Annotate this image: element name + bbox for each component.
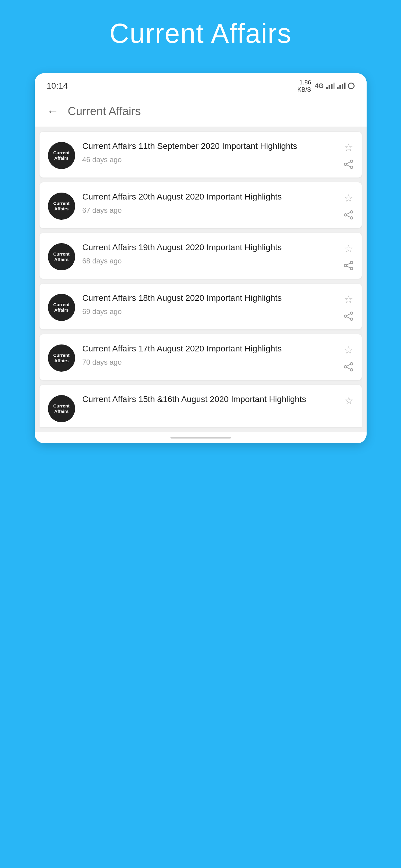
avatar-text-bottom: Affairs [54, 358, 69, 364]
favorite-button[interactable]: ☆ [344, 293, 353, 305]
avatar: Current Affairs [48, 344, 75, 372]
card-actions: ☆ [344, 292, 353, 321]
card-time: 68 days ago [82, 257, 339, 265]
svg-rect-6 [342, 84, 343, 89]
list-item[interactable]: Current Affairs Current Affairs 11th Sep… [39, 132, 362, 178]
favorite-button[interactable]: ☆ [344, 243, 353, 255]
card-title: Current Affairs 20th August 2020 Importa… [82, 191, 339, 203]
svg-point-24 [344, 315, 347, 317]
card-time: 69 days ago [82, 307, 339, 316]
card-actions: ☆ [344, 241, 353, 270]
avatar-text-bottom: Affairs [54, 257, 69, 262]
svg-point-29 [344, 366, 347, 368]
avatar: Current Affairs [48, 142, 75, 169]
svg-rect-1 [328, 85, 330, 89]
svg-line-31 [347, 364, 350, 366]
card-actions: ☆ [344, 343, 353, 372]
svg-rect-2 [331, 84, 333, 89]
avatar-text-bottom: Affairs [54, 206, 69, 212]
share-button[interactable] [344, 261, 353, 270]
list-item[interactable]: Current Affairs Current Affairs 15th &16… [39, 385, 362, 427]
status-time: 10:14 [47, 81, 68, 91]
card-time: 46 days ago [82, 156, 339, 164]
scroll-bar [170, 437, 231, 438]
scroll-indicator [35, 432, 367, 443]
svg-point-13 [350, 211, 353, 213]
svg-point-9 [344, 163, 347, 165]
list-item[interactable]: Current Affairs Current Affairs 20th Aug… [39, 182, 362, 228]
phone-frame: 10:14 1.86 KB/S 4G [35, 73, 367, 443]
favorite-button[interactable]: ☆ [344, 141, 353, 153]
card-actions: ☆ [344, 191, 353, 220]
svg-point-19 [344, 264, 347, 267]
svg-point-28 [350, 363, 353, 365]
avatar: Current Affairs [48, 193, 75, 220]
card-actions: ☆ [344, 393, 353, 407]
share-button[interactable] [344, 311, 353, 321]
list-item[interactable]: Current Affairs Current Affairs 19th Aug… [39, 233, 362, 279]
svg-line-22 [347, 266, 350, 268]
svg-line-17 [347, 216, 350, 217]
list-item[interactable]: Current Affairs Current Affairs 18th Aug… [39, 284, 362, 330]
svg-point-18 [350, 261, 353, 264]
svg-line-32 [347, 367, 350, 369]
svg-line-11 [347, 162, 350, 164]
avatar-text-top: Current [53, 150, 69, 156]
avatar-text-top: Current [53, 201, 69, 206]
page-title: Current Affairs [110, 18, 292, 49]
network-icon: 4G [315, 82, 323, 90]
content-area: Current Affairs Current Affairs 11th Sep… [35, 127, 367, 432]
svg-line-12 [347, 165, 350, 167]
app-header: ← Current Affairs [35, 96, 367, 127]
card-time: 67 days ago [82, 206, 339, 215]
svg-point-14 [344, 214, 347, 216]
svg-rect-4 [337, 87, 339, 89]
card-title: Current Affairs 11th September 2020 Impo… [82, 140, 339, 152]
card-title: Current Affairs 18th August 2020 Importa… [82, 292, 339, 304]
back-button[interactable]: ← [47, 104, 59, 118]
favorite-button[interactable]: ☆ [344, 395, 353, 407]
status-bar: 10:14 1.86 KB/S 4G [35, 73, 367, 96]
avatar-text-top: Current [53, 302, 69, 307]
signal-bars2-icon [337, 83, 345, 89]
svg-point-20 [350, 267, 353, 270]
svg-rect-5 [339, 85, 341, 89]
avatar: Current Affairs [48, 294, 75, 321]
share-button[interactable] [344, 210, 353, 220]
svg-point-15 [350, 217, 353, 219]
share-button[interactable] [344, 362, 353, 372]
svg-point-23 [350, 312, 353, 314]
svg-rect-7 [344, 83, 345, 89]
status-speed: 1.86 KB/S [297, 79, 311, 93]
share-button[interactable] [344, 159, 353, 169]
svg-line-26 [347, 314, 350, 315]
svg-point-8 [350, 160, 353, 162]
avatar-text-bottom: Affairs [54, 156, 69, 161]
avatar-text-top: Current [53, 403, 69, 409]
favorite-button[interactable]: ☆ [344, 192, 353, 204]
card-title: Current Affairs 15th &16th August 2020 I… [82, 393, 339, 405]
list-item[interactable]: Current Affairs Current Affairs 17th Aug… [39, 334, 362, 380]
favorite-button[interactable]: ☆ [344, 344, 353, 356]
status-icons: 4G [315, 82, 354, 90]
svg-point-30 [350, 369, 353, 371]
svg-line-21 [347, 263, 350, 265]
avatar: Current Affairs [48, 243, 75, 270]
avatar-text-top: Current [53, 251, 69, 257]
svg-line-16 [347, 213, 350, 214]
status-right: 1.86 KB/S 4G [297, 79, 354, 93]
card-actions: ☆ [344, 140, 353, 169]
card-time: 70 days ago [82, 358, 339, 367]
svg-rect-3 [334, 83, 335, 89]
svg-point-25 [350, 318, 353, 320]
card-title: Current Affairs 19th August 2020 Importa… [82, 241, 339, 253]
signal-bars-icon [326, 83, 335, 89]
avatar-text-top: Current [53, 352, 69, 358]
avatar-text-bottom: Affairs [54, 409, 69, 414]
avatar-text-bottom: Affairs [54, 307, 69, 313]
app-header-title: Current Affairs [68, 105, 141, 118]
svg-rect-0 [326, 87, 328, 89]
card-title: Current Affairs 17th August 2020 Importa… [82, 343, 339, 354]
avatar: Current Affairs [48, 395, 75, 422]
svg-point-10 [350, 166, 353, 168]
